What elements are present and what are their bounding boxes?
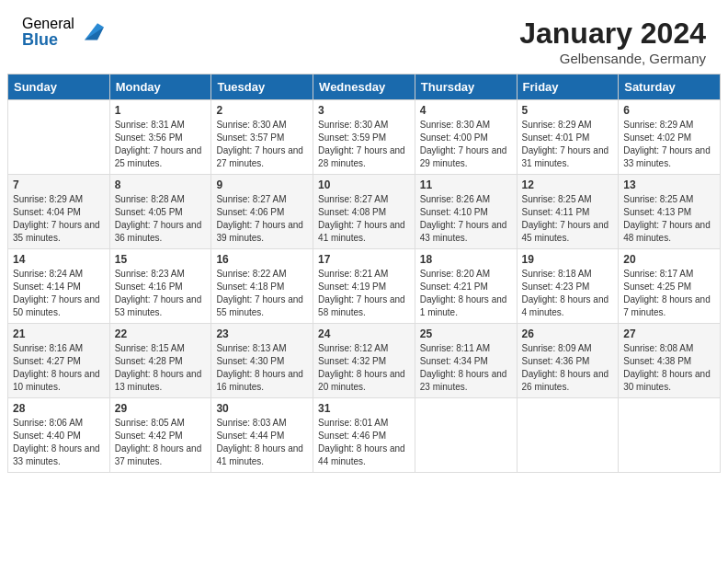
day-number: 18: [420, 253, 512, 266]
day-info: Sunrise: 8:25 AMSunset: 4:13 PMDaylight:…: [623, 193, 715, 245]
calendar-week-row: 1Sunrise: 8:31 AMSunset: 3:56 PMDaylight…: [8, 100, 721, 175]
day-number: 14: [13, 253, 105, 266]
day-info: Sunrise: 8:15 AMSunset: 4:28 PMDaylight:…: [115, 342, 207, 394]
day-number: 29: [115, 402, 207, 415]
day-info: Sunrise: 8:20 AMSunset: 4:21 PMDaylight:…: [420, 268, 512, 319]
day-info: Sunrise: 8:30 AMSunset: 3:57 PMDaylight:…: [216, 119, 308, 170]
calendar-cell: 29Sunrise: 8:05 AMSunset: 4:42 PMDayligh…: [109, 398, 211, 473]
calendar-cell: 19Sunrise: 8:18 AMSunset: 4:23 PMDayligh…: [517, 249, 619, 324]
calendar-cell: 3Sunrise: 8:30 AMSunset: 3:59 PMDaylight…: [313, 100, 415, 175]
month-title: January 2024: [519, 17, 706, 51]
day-info: Sunrise: 8:29 AMSunset: 4:02 PMDaylight:…: [623, 119, 715, 170]
day-number: 21: [13, 327, 105, 340]
calendar-cell: 16Sunrise: 8:22 AMSunset: 4:18 PMDayligh…: [211, 249, 313, 324]
day-info: Sunrise: 8:27 AMSunset: 4:08 PMDaylight:…: [318, 193, 410, 245]
day-number: 13: [623, 178, 715, 191]
day-info: Sunrise: 8:09 AMSunset: 4:36 PMDaylight:…: [522, 342, 614, 394]
day-info: Sunrise: 8:12 AMSunset: 4:32 PMDaylight:…: [318, 342, 410, 394]
day-number: 16: [216, 253, 308, 266]
calendar-cell: 25Sunrise: 8:11 AMSunset: 4:34 PMDayligh…: [415, 324, 517, 398]
day-number: 26: [522, 327, 614, 340]
calendar-cell: 17Sunrise: 8:21 AMSunset: 4:19 PMDayligh…: [313, 249, 415, 324]
day-info: Sunrise: 8:05 AMSunset: 4:42 PMDaylight:…: [115, 417, 207, 468]
calendar-cell: 23Sunrise: 8:13 AMSunset: 4:30 PMDayligh…: [211, 324, 313, 398]
day-info: Sunrise: 8:22 AMSunset: 4:18 PMDaylight:…: [216, 268, 308, 319]
calendar-cell: 15Sunrise: 8:23 AMSunset: 4:16 PMDayligh…: [109, 249, 211, 324]
calendar-week-row: 14Sunrise: 8:24 AMSunset: 4:14 PMDayligh…: [8, 249, 721, 324]
day-info: Sunrise: 8:27 AMSunset: 4:06 PMDaylight:…: [216, 193, 308, 245]
calendar-cell: 9Sunrise: 8:27 AMSunset: 4:06 PMDaylight…: [211, 175, 313, 249]
day-number: 5: [522, 104, 614, 117]
calendar-header-saturday: Saturday: [619, 75, 721, 100]
day-info: Sunrise: 8:29 AMSunset: 4:04 PMDaylight:…: [13, 193, 105, 245]
day-number: 20: [623, 253, 715, 266]
day-info: Sunrise: 8:17 AMSunset: 4:25 PMDaylight:…: [623, 268, 715, 319]
day-number: 3: [318, 104, 410, 117]
day-number: 7: [13, 178, 105, 191]
calendar-cell: 30Sunrise: 8:03 AMSunset: 4:44 PMDayligh…: [211, 398, 313, 473]
logo: General Blue: [22, 17, 104, 48]
day-number: 31: [318, 402, 410, 415]
day-info: Sunrise: 8:01 AMSunset: 4:46 PMDaylight:…: [318, 417, 410, 468]
day-number: 10: [318, 178, 410, 191]
calendar-table: SundayMondayTuesdayWednesdayThursdayFrid…: [7, 74, 721, 473]
calendar-week-row: 28Sunrise: 8:06 AMSunset: 4:40 PMDayligh…: [8, 398, 721, 473]
day-info: Sunrise: 8:26 AMSunset: 4:10 PMDaylight:…: [420, 193, 512, 245]
calendar-header-row: SundayMondayTuesdayWednesdayThursdayFrid…: [8, 75, 721, 100]
calendar-week-row: 21Sunrise: 8:16 AMSunset: 4:27 PMDayligh…: [8, 324, 721, 398]
day-info: Sunrise: 8:11 AMSunset: 4:34 PMDaylight:…: [420, 342, 512, 394]
logo-general: General: [22, 17, 74, 31]
day-number: 23: [216, 327, 308, 340]
logo-blue: Blue: [22, 31, 74, 48]
calendar-cell: 10Sunrise: 8:27 AMSunset: 4:08 PMDayligh…: [313, 175, 415, 249]
logo-icon: [78, 19, 104, 45]
day-number: 25: [420, 327, 512, 340]
day-number: 30: [216, 402, 308, 415]
calendar-header-wednesday: Wednesday: [313, 75, 415, 100]
day-number: 27: [623, 327, 715, 340]
calendar-header-sunday: Sunday: [8, 75, 110, 100]
day-info: Sunrise: 8:28 AMSunset: 4:05 PMDaylight:…: [115, 193, 207, 245]
calendar-cell: 12Sunrise: 8:25 AMSunset: 4:11 PMDayligh…: [517, 175, 619, 249]
calendar-cell: 18Sunrise: 8:20 AMSunset: 4:21 PMDayligh…: [415, 249, 517, 324]
day-info: Sunrise: 8:13 AMSunset: 4:30 PMDaylight:…: [216, 342, 308, 394]
calendar-cell: 8Sunrise: 8:28 AMSunset: 4:05 PMDaylight…: [109, 175, 211, 249]
calendar-cell: 31Sunrise: 8:01 AMSunset: 4:46 PMDayligh…: [313, 398, 415, 473]
day-number: 2: [216, 104, 308, 117]
calendar-cell: [517, 398, 619, 473]
day-info: Sunrise: 8:30 AMSunset: 3:59 PMDaylight:…: [318, 119, 410, 170]
day-info: Sunrise: 8:24 AMSunset: 4:14 PMDaylight:…: [13, 268, 105, 319]
day-info: Sunrise: 8:06 AMSunset: 4:40 PMDaylight:…: [13, 417, 105, 468]
day-info: Sunrise: 8:03 AMSunset: 4:44 PMDaylight:…: [216, 417, 308, 468]
day-number: 15: [115, 253, 207, 266]
day-number: 22: [115, 327, 207, 340]
day-number: 4: [420, 104, 512, 117]
day-number: 11: [420, 178, 512, 191]
calendar-cell: [619, 398, 721, 473]
day-number: 24: [318, 327, 410, 340]
day-number: 17: [318, 253, 410, 266]
calendar-cell: 13Sunrise: 8:25 AMSunset: 4:13 PMDayligh…: [619, 175, 721, 249]
day-info: Sunrise: 8:29 AMSunset: 4:01 PMDaylight:…: [522, 119, 614, 170]
calendar-cell: [8, 100, 110, 175]
calendar-header-monday: Monday: [109, 75, 211, 100]
title-block: January 2024 Gelbensande, Germany: [519, 17, 706, 66]
logo-text: General Blue: [22, 17, 74, 48]
calendar-week-row: 7Sunrise: 8:29 AMSunset: 4:04 PMDaylight…: [8, 175, 721, 249]
calendar-header-tuesday: Tuesday: [211, 75, 313, 100]
location: Gelbensande, Germany: [519, 51, 706, 66]
calendar-cell: 22Sunrise: 8:15 AMSunset: 4:28 PMDayligh…: [109, 324, 211, 398]
header: General Blue January 2024 Gelbensande, G…: [0, 0, 728, 74]
calendar-cell: 24Sunrise: 8:12 AMSunset: 4:32 PMDayligh…: [313, 324, 415, 398]
calendar-cell: 27Sunrise: 8:08 AMSunset: 4:38 PMDayligh…: [619, 324, 721, 398]
calendar-cell: 14Sunrise: 8:24 AMSunset: 4:14 PMDayligh…: [8, 249, 110, 324]
calendar-cell: 2Sunrise: 8:30 AMSunset: 3:57 PMDaylight…: [211, 100, 313, 175]
day-number: 28: [13, 402, 105, 415]
day-info: Sunrise: 8:08 AMSunset: 4:38 PMDaylight:…: [623, 342, 715, 394]
day-info: Sunrise: 8:21 AMSunset: 4:19 PMDaylight:…: [318, 268, 410, 319]
day-number: 8: [115, 178, 207, 191]
calendar-cell: 4Sunrise: 8:30 AMSunset: 4:00 PMDaylight…: [415, 100, 517, 175]
calendar-cell: [415, 398, 517, 473]
calendar-cell: 1Sunrise: 8:31 AMSunset: 3:56 PMDaylight…: [109, 100, 211, 175]
day-number: 6: [623, 104, 715, 117]
